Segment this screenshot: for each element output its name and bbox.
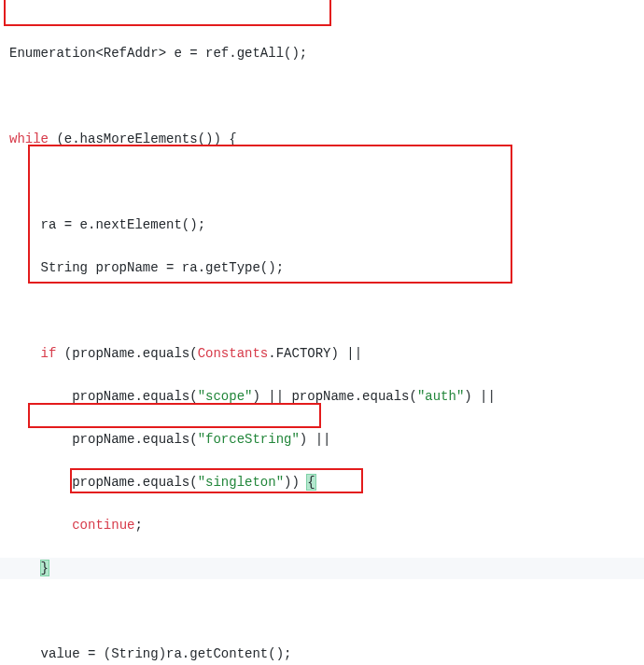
code-text — [9, 518, 72, 533]
keyword: while — [9, 132, 49, 146]
code-line — [0, 300, 644, 322]
code-text: .FACTORY) || — [268, 346, 362, 361]
code-block: Enumeration<RefAddr> e = ref.getAll(); w… — [0, 0, 644, 665]
code-line — [0, 601, 644, 622]
string-literal: "singleton" — [198, 475, 284, 490]
code-text: propName.equals( — [9, 389, 198, 404]
code-line: if (propName.equals(Constants.FACTORY) |… — [0, 343, 644, 365]
keyword: continue — [72, 518, 134, 533]
code-text: ) || — [464, 389, 496, 404]
code-text: ) || — [300, 432, 331, 447]
string-literal: "scope" — [198, 389, 253, 404]
text-cursor — [49, 561, 49, 575]
code-text: )) — [284, 475, 307, 490]
code-line: Enumeration<RefAddr> e = ref.getAll(); — [0, 43, 644, 64]
code-line: value = (String)ra.getContent(); — [0, 644, 644, 665]
code-text: (propName.equals( — [56, 346, 197, 361]
code-text: ; — [134, 518, 142, 533]
code-line: ra = e.nextElement(); — [0, 215, 644, 236]
code-line — [0, 172, 644, 193]
string-literal: "forceString" — [198, 432, 300, 447]
code-text: String propName = ra.getType(); — [9, 260, 284, 275]
code-text: ra = e.nextElement(); — [9, 217, 205, 232]
code-text: propName.equals( — [9, 432, 198, 447]
code-line-active: } — [0, 558, 644, 579]
code-text: Enumeration<RefAddr> e = ref.getAll(); — [9, 46, 307, 61]
code-line: propName.equals("forceString") || — [0, 429, 644, 450]
code-line: continue; — [0, 515, 644, 536]
code-line: propName.equals("singleton")) { — [0, 472, 644, 493]
code-text: propName.equals( — [9, 475, 198, 490]
brace-highlight: { — [307, 475, 315, 490]
code-line: while (e.hasMoreElements()) { — [0, 129, 644, 150]
code-text — [9, 346, 41, 361]
keyword: if — [41, 346, 57, 361]
code-text: ) || propName.equals( — [252, 389, 416, 404]
code-line — [0, 86, 644, 107]
string-literal: "auth" — [417, 389, 464, 404]
code-line: String propName = ra.getType(); — [0, 257, 644, 279]
class-ref: Constants — [198, 346, 269, 361]
highlight-box-1 — [4, 0, 331, 26]
brace-highlight: } — [41, 561, 49, 575]
code-line: propName.equals("scope") || propName.equ… — [0, 386, 644, 408]
code-text: (e.hasMoreElements()) { — [49, 132, 237, 146]
code-text: value = (String)ra.getContent(); — [9, 646, 291, 661]
